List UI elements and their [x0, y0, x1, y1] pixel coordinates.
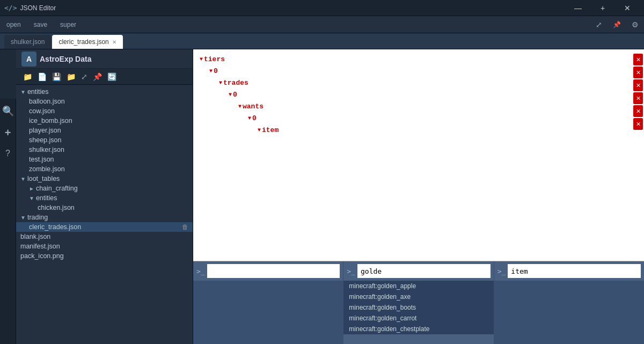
tree-label-player: player.json [29, 127, 61, 134]
arrow-trades[interactable]: ▼ [219, 77, 222, 89]
arrow-0-l5[interactable]: ▼ [248, 113, 251, 125]
save-file-icon[interactable]: 💾 [50, 71, 63, 82]
panel-3-input[interactable] [508, 264, 641, 278]
panel-1-input[interactable] [207, 264, 340, 278]
arrow-0-l1[interactable]: ▼ [209, 65, 213, 77]
tree-file-test[interactable]: test.json [16, 155, 193, 164]
tree-file-balloon[interactable]: balloon.json [16, 97, 193, 106]
json-node-tiers: ▼ tiers ▼ 0 ▼ [200, 54, 638, 136]
tree-file-sheep[interactable]: sheep.json [16, 135, 193, 145]
left-action-bar: 🔍 + ? [0, 99, 16, 344]
help-icon[interactable]: ? [3, 147, 12, 160]
folder-arrow-trading: ▼ [20, 215, 26, 221]
expand-all-icon[interactable]: ⤢ [79, 71, 89, 82]
tree-file-zombie[interactable]: zombie.json [16, 164, 193, 174]
folder-open-icon[interactable]: 📁 [21, 71, 34, 82]
minimize-button[interactable]: — [566, 0, 590, 16]
tree-file-blank[interactable]: blank.json [16, 232, 193, 241]
tree-file-manifest[interactable]: manifest.json [16, 241, 193, 251]
delete-buttons-panel: ✕ ✕ ✕ ✕ ✕ ✕ [633, 49, 644, 280]
dropdown-item-golden-chestplate[interactable]: minecraft:golden_chestplate [343, 324, 493, 334]
tree-folder-loot-entities[interactable]: ▼ entities [16, 193, 193, 203]
tree-label-shulker: shulker.json [29, 146, 64, 153]
tree-folder-loot-tables[interactable]: ▼ loot_tables [16, 174, 193, 184]
dropdown-item-golden-carrot[interactable]: minecraft:golden_carrot [343, 313, 493, 324]
new-file-icon[interactable]: 📄 [36, 71, 48, 82]
tree-file-chicken[interactable]: chicken.json [16, 203, 193, 213]
json-node-0-l3: ▼ 0 ▼ wants [229, 89, 638, 136]
tree-file-shulker[interactable]: shulker.json [16, 145, 193, 155]
new-folder-icon[interactable]: 📁 [65, 71, 77, 82]
app-logo: A [21, 52, 36, 67]
dropdown-item-golden-axe[interactable]: minecraft:golden_axe [343, 291, 493, 302]
tree-file-cow[interactable]: cow.json [16, 106, 193, 116]
tab-cleric-trades[interactable]: cleric_trades.json ✕ [52, 35, 122, 49]
json-node-item: ▼ item [258, 125, 638, 136]
tree-file-cleric-trades[interactable]: cleric_trades.json 🗑 [16, 222, 193, 232]
key-wants: wants [243, 101, 264, 113]
delete-cleric-icon[interactable]: 🗑 [182, 223, 188, 231]
folder-arrow-loot-entities: ▼ [29, 195, 34, 201]
tree-label-cow: cow.json [29, 107, 55, 115]
tab-close-icon[interactable]: ✕ [112, 39, 116, 45]
pin-icon[interactable]: 📌 [612, 20, 622, 30]
arrow-wants[interactable]: ▼ [238, 101, 241, 113]
tree-file-pack-icon[interactable]: pack_icon.png [16, 251, 193, 261]
sidebar-header: A AstroExp Data [16, 49, 193, 69]
tree-label-sheep: sheep.json [29, 136, 61, 144]
tree-label-chain-crafting: chain_crafting [36, 185, 78, 192]
tree-label-balloon: balloon.json [29, 98, 65, 105]
panel-2-dropdown: minecraft:golden_apple minecraft:golden_… [343, 281, 493, 334]
json-node-wants: ▼ wants ▼ [238, 101, 638, 136]
tab-label-cleric: cleric_trades.json [58, 38, 108, 46]
save-button[interactable]: save [32, 20, 49, 30]
tree-file-player[interactable]: player.json [16, 126, 193, 135]
panel-2-input[interactable] [357, 264, 491, 278]
arrow-0-l3[interactable]: ▼ [229, 89, 232, 101]
delete-btn-2[interactable]: ✕ [633, 67, 643, 78]
key-0-l3: 0 [233, 89, 237, 101]
main-layout: 🔍 + ? A AstroExp Data 📁 📄 💾 📁 ⤢ 📌 🔄 ▼ en [0, 49, 644, 344]
key-0-l1: 0 [214, 65, 218, 77]
dropdown-item-golden-apple[interactable]: minecraft:golden_apple [343, 281, 493, 291]
tree-file-ice-bomb[interactable]: ice_bomb.json [16, 116, 193, 126]
dropdown-item-golden-boots[interactable]: minecraft:golden_boots [343, 302, 493, 313]
super-button[interactable]: super [58, 20, 78, 30]
panel-2-prompt: >_ [347, 267, 355, 275]
tree-label-loot-entities: entities [36, 194, 57, 202]
add-icon[interactable]: + [3, 125, 13, 141]
tab-shulker[interactable]: shulker.json [4, 35, 51, 49]
tree-label-cleric-trades: cleric_trades.json [29, 223, 81, 231]
tree-folder-entities[interactable]: ▼ entities [16, 87, 193, 97]
title-bar-controls: — + ✕ [566, 0, 640, 16]
bottom-panels: >_ >_ minecraft:golden_apple minecraft:g… [193, 261, 644, 344]
pin-sidebar-icon[interactable]: 📌 [91, 71, 104, 82]
key-0-l5: 0 [252, 113, 257, 125]
panel-2-input-row: >_ [343, 261, 493, 281]
tabs-bar: shulker.json cleric_trades.json ✕ [0, 33, 644, 49]
settings-icon[interactable]: ⚙ [631, 19, 640, 30]
open-button[interactable]: open [4, 20, 23, 30]
delete-btn-3[interactable]: ✕ [633, 79, 643, 91]
arrow-item[interactable]: ▼ [258, 125, 261, 136]
close-button[interactable]: ✕ [615, 0, 640, 16]
sidebar-toolbar: 📁 📄 💾 📁 ⤢ 📌 🔄 [16, 69, 193, 85]
arrow-tiers[interactable]: ▼ [200, 54, 203, 65]
refresh-icon[interactable]: 🔄 [106, 71, 118, 82]
expand-icon[interactable]: ⤢ [595, 19, 603, 30]
tree-label-ice-bomb: ice_bomb.json [29, 117, 72, 125]
bottom-panel-2: >_ minecraft:golden_apple minecraft:gold… [343, 261, 494, 344]
folder-arrow-loot-tables: ▼ [20, 176, 26, 182]
delete-btn-5[interactable]: ✕ [633, 105, 643, 117]
delete-btn-6[interactable]: ✕ [633, 118, 643, 130]
bottom-panel-1: >_ [193, 261, 343, 344]
delete-btn-4[interactable]: ✕ [633, 92, 643, 104]
tree-folder-trading[interactable]: ▼ trading [16, 213, 193, 222]
file-tree: ▼ entities balloon.json cow.json ice_bom… [16, 85, 193, 344]
app-icon-title: </> [4, 4, 17, 12]
maximize-button[interactable]: + [590, 0, 615, 16]
json-node-0-l1: ▼ 0 ▼ trades [209, 65, 638, 136]
delete-btn-1[interactable]: ✕ [633, 54, 643, 65]
search-icon[interactable]: 🔍 [0, 103, 16, 119]
tree-folder-chain-crafting[interactable]: ► chain_crafting [16, 184, 193, 193]
